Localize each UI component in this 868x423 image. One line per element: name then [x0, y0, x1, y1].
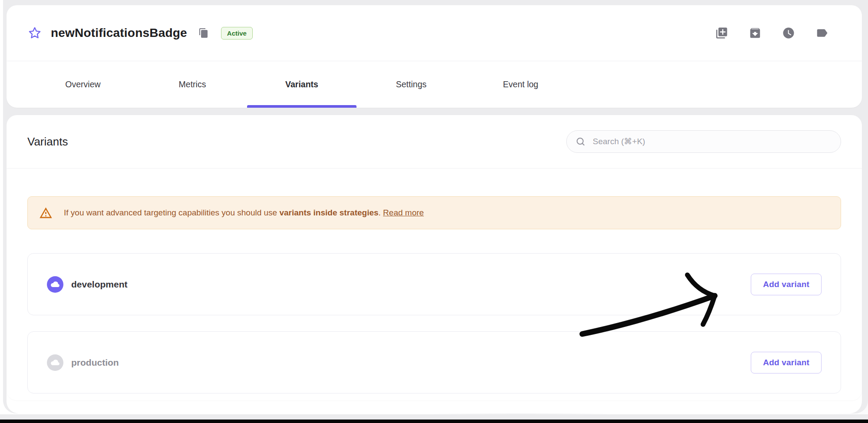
status-badge: Active [221, 27, 253, 40]
variants-body: If you want advanced targeting capabilit… [7, 169, 862, 393]
search-box[interactable] [566, 130, 841, 153]
variants-header-row: Variants [7, 115, 862, 168]
variants-card: Variants If you want advanced targeting … [7, 115, 862, 400]
feature-header-card: newNotificationsBadge Active [7, 5, 862, 108]
copy-feature-plus-icon[interactable] [715, 26, 729, 40]
archive-icon[interactable] [748, 26, 762, 40]
cloud-environment-icon [47, 276, 63, 293]
warning-text: If you want advanced targeting capabilit… [64, 208, 424, 218]
window-bottom-edge [0, 414, 868, 420]
add-variant-button-production[interactable]: Add variant [751, 352, 822, 373]
tab-settings[interactable]: Settings [356, 61, 466, 108]
environment-row-production: production Add variant [27, 331, 841, 393]
tag-label-icon[interactable] [815, 26, 829, 40]
cloud-environment-icon-disabled [47, 354, 63, 371]
environment-name: development [71, 279, 128, 290]
add-variant-button-development[interactable]: Add variant [751, 274, 822, 295]
warning-alert: If you want advanced targeting capabilit… [27, 196, 841, 229]
header-action-icons [715, 26, 829, 40]
feature-tabs: Overview Metrics Variants Settings Event… [28, 61, 862, 108]
favorite-star-icon[interactable] [27, 26, 42, 40]
tab-overview[interactable]: Overview [28, 61, 138, 108]
variants-section-title: Variants [27, 135, 68, 149]
search-input[interactable] [592, 136, 837, 147]
copy-name-icon[interactable] [198, 27, 210, 39]
warning-text-period: . [379, 208, 383, 217]
image-bottom-border [0, 420, 868, 423]
warning-text-plain: If you want advanced targeting capabilit… [64, 208, 279, 217]
feature-title-row: newNotificationsBadge Active [7, 5, 862, 61]
warning-icon [39, 206, 53, 220]
history-clock-icon[interactable] [782, 26, 795, 40]
read-more-link[interactable]: Read more [383, 208, 424, 217]
environment-name: production [71, 357, 119, 368]
search-icon [575, 136, 586, 147]
tab-variants[interactable]: Variants [247, 61, 356, 108]
tab-event-log[interactable]: Event log [466, 61, 575, 108]
environment-row-development: development Add variant [27, 253, 841, 315]
warning-text-bold: variants inside strategies [279, 208, 378, 217]
tab-metrics[interactable]: Metrics [138, 61, 247, 108]
feature-title: newNotificationsBadge [51, 26, 187, 40]
